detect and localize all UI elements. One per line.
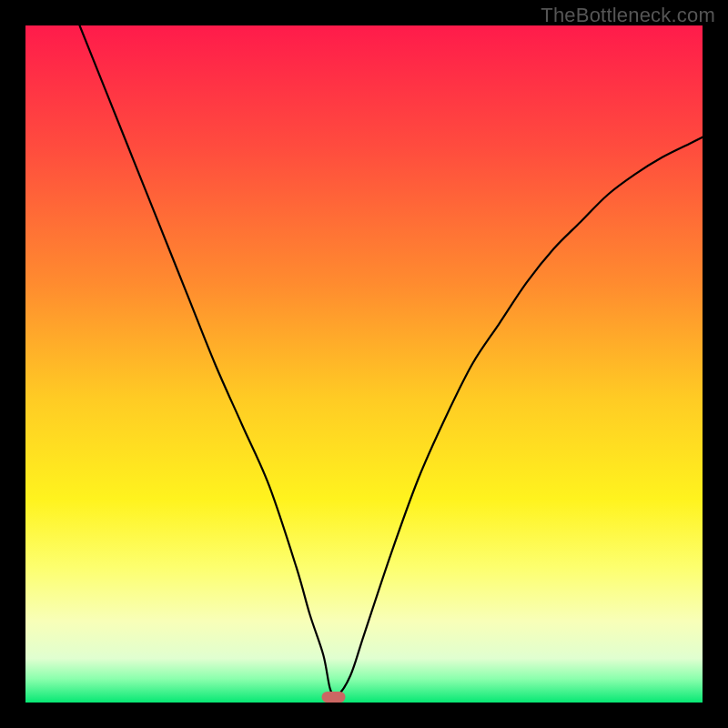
gradient-background [25, 25, 703, 703]
min-marker [322, 692, 346, 703]
watermark-text: TheBottleneck.com [541, 4, 715, 27]
chart-frame: TheBottleneck.com [0, 0, 728, 728]
plot-svg [25, 25, 703, 703]
plot-area [25, 25, 703, 703]
